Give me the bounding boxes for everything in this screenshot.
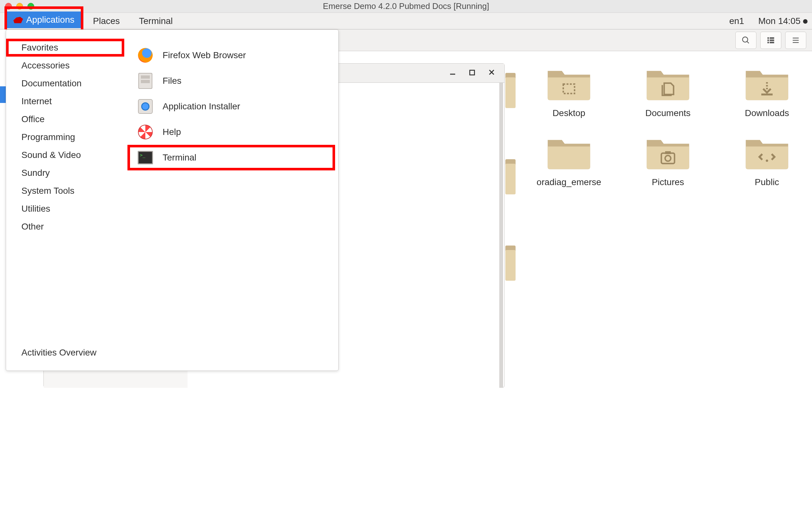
hamburger-icon xyxy=(791,36,800,45)
folder-oradiag-emerse[interactable]: oradiag_emerse xyxy=(519,134,618,187)
applications-label: Applications xyxy=(26,15,75,25)
category-internet[interactable]: Internet xyxy=(6,92,124,110)
files-icon xyxy=(137,73,154,89)
clock[interactable]: Mon 14:05 xyxy=(758,16,808,26)
clock-label: Mon 14:05 xyxy=(758,16,801,26)
folder-icon xyxy=(644,65,692,103)
category-label: System Tools xyxy=(21,186,75,196)
folder-icon xyxy=(644,134,692,172)
app-label: Firefox Web Browser xyxy=(163,50,246,60)
minimize-icon xyxy=(449,69,457,76)
folder-label: Downloads xyxy=(745,108,789,118)
folder-desktop[interactable]: Desktop xyxy=(519,65,618,118)
terminal-label: Terminal xyxy=(139,16,173,26)
redhat-icon xyxy=(13,16,23,23)
svg-rect-6 xyxy=(767,42,769,43)
help-icon xyxy=(137,124,154,140)
search-icon xyxy=(742,36,750,45)
activities-overview-button[interactable]: Activities Overview xyxy=(21,348,96,358)
terminal-menu-button[interactable]: Terminal xyxy=(129,16,182,26)
svg-rect-4 xyxy=(767,39,769,41)
close-icon xyxy=(488,69,495,76)
category-programming[interactable]: Programming xyxy=(6,128,124,146)
category-sundry[interactable]: Sundry xyxy=(6,164,124,182)
list-view-icon xyxy=(766,36,775,45)
mac-window-title: Emerse Demo 4.2.0 Pubmed Docs [Running] xyxy=(0,1,812,11)
files-sidebar-selection xyxy=(0,86,6,103)
window-maximize-button[interactable] xyxy=(469,68,476,78)
window-close-button[interactable] xyxy=(488,68,495,78)
applications-list: Firefox Web Browser Files Application In… xyxy=(124,30,338,371)
category-label: Documentation xyxy=(21,78,82,88)
app-help[interactable]: Help xyxy=(127,119,335,145)
toolbar-menu-button[interactable] xyxy=(785,32,806,49)
category-sound-video[interactable]: Sound & Video xyxy=(6,146,124,164)
category-label: Favorites xyxy=(21,43,58,52)
toolbar-search-button[interactable] xyxy=(735,32,756,49)
applications-categories: Favorites Accessories Documentation Inte… xyxy=(6,30,124,371)
places-menu-button[interactable]: Places xyxy=(83,16,129,26)
category-label: Internet xyxy=(21,96,52,106)
places-label: Places xyxy=(93,16,120,26)
category-favorites[interactable]: Favorites xyxy=(6,39,124,57)
folder-peek xyxy=(505,73,516,108)
window-minimize-button[interactable] xyxy=(449,68,457,78)
svg-line-14 xyxy=(489,70,494,75)
svg-rect-5 xyxy=(770,39,774,41)
folder-icon xyxy=(743,65,791,103)
gnome-top-bar: Applications Places Terminal en1 Mon 14:… xyxy=(0,13,812,29)
folder-icon xyxy=(743,134,791,172)
svg-point-21 xyxy=(766,160,768,162)
app-application-installer[interactable]: Application Installer xyxy=(127,94,335,119)
category-label: Other xyxy=(21,222,44,232)
folder-downloads[interactable]: Downloads xyxy=(718,65,812,118)
installer-icon xyxy=(137,98,154,115)
app-terminal[interactable]: Terminal xyxy=(127,145,335,170)
category-label: Sundry xyxy=(21,168,50,178)
folder-public[interactable]: Public xyxy=(718,134,812,187)
activities-label: Activities Overview xyxy=(21,348,96,357)
svg-rect-3 xyxy=(770,37,774,39)
category-label: Office xyxy=(21,114,45,124)
svg-line-1 xyxy=(747,41,749,43)
app-files[interactable]: Files xyxy=(127,68,335,94)
folder-documents[interactable]: Documents xyxy=(618,65,718,118)
folder-label: Documents xyxy=(645,108,691,118)
applications-menu-button[interactable]: Applications xyxy=(7,11,81,28)
folder-peek xyxy=(505,159,516,194)
maximize-icon xyxy=(469,69,476,76)
toolbar-view-button[interactable] xyxy=(760,32,781,49)
firefox-icon xyxy=(137,47,154,64)
svg-line-13 xyxy=(489,70,494,75)
keyboard-layout-indicator[interactable]: en1 xyxy=(729,16,744,26)
app-label: Help xyxy=(163,127,181,137)
svg-rect-7 xyxy=(770,42,774,43)
folder-icon xyxy=(545,65,593,103)
terminal-icon xyxy=(137,149,154,166)
folder-label: Public xyxy=(755,177,779,187)
folder-label: Pictures xyxy=(651,177,684,187)
app-label: Application Installer xyxy=(163,101,240,112)
clock-dot-icon xyxy=(803,19,808,24)
category-other[interactable]: Other xyxy=(6,218,124,236)
category-label: Programming xyxy=(21,132,75,142)
svg-rect-12 xyxy=(470,70,475,75)
folder-pictures[interactable]: Pictures xyxy=(618,134,718,187)
category-accessories[interactable]: Accessories xyxy=(6,57,124,75)
svg-rect-2 xyxy=(767,37,769,39)
category-system-tools[interactable]: System Tools xyxy=(6,182,124,200)
app-label: Terminal xyxy=(163,153,197,163)
category-office[interactable]: Office xyxy=(6,110,124,128)
folder-icon xyxy=(545,134,593,172)
svg-point-0 xyxy=(743,37,748,42)
category-label: Accessories xyxy=(21,60,70,70)
app-firefox[interactable]: Firefox Web Browser xyxy=(127,43,335,68)
highlight-applications: Applications xyxy=(4,6,83,33)
folder-label: oradiag_emerse xyxy=(536,177,601,187)
category-utilities[interactable]: Utilities xyxy=(6,200,124,218)
svg-rect-20 xyxy=(665,151,671,154)
mac-title-bar: Emerse Demo 4.2.0 Pubmed Docs [Running] xyxy=(0,0,812,13)
category-label: Utilities xyxy=(21,203,50,214)
folder-grid: Desktop Documents Downloads oradiag_emer… xyxy=(519,65,812,187)
category-documentation[interactable]: Documentation xyxy=(6,75,124,92)
